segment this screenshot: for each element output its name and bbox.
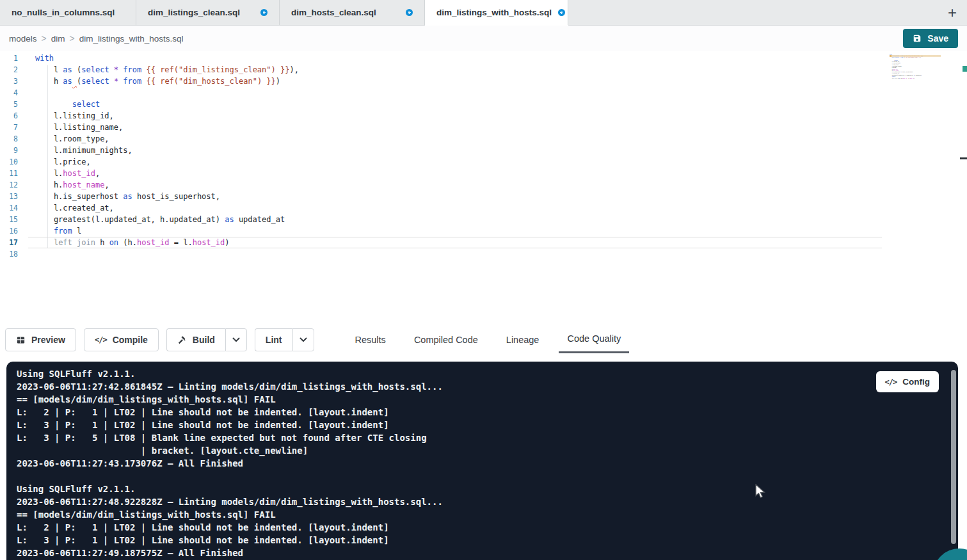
build-dropdown-button[interactable] — [225, 328, 247, 351]
file-tab-bar: no_nulls_in_columns.sqldim_listings_clea… — [0, 0, 967, 26]
code-line[interactable]: 18 — [0, 248, 967, 260]
terminal-line: L: 3 | P: 5 | LT08 | Blank line expected… — [17, 431, 958, 444]
line-content — [28, 87, 35, 99]
code-line[interactable]: 7 l.listing_name, — [0, 122, 967, 133]
new-tab-button[interactable]: + — [938, 0, 967, 25]
terminal-line: L: 2 | P: 1 | LT02 | Line should not be … — [17, 406, 958, 419]
terminal-line: | bracket. [layout.cte_newline] — [17, 444, 958, 457]
code-line[interactable]: 2 l as (select * from {{ ref("dim_listin… — [0, 64, 967, 76]
editor-tab[interactable]: no_nulls_in_columns.sql — [0, 0, 136, 25]
line-number: 13 — [0, 191, 28, 202]
breadcrumb-item[interactable]: dim_listings_with_hosts.sql — [79, 34, 184, 44]
terminal-output: Using SQLFluff v2.1.1.2023-06-06T11:27:4… — [6, 362, 958, 559]
panel-tab-results[interactable]: Results — [351, 335, 390, 345]
line-number: 5 — [0, 99, 28, 110]
code-line[interactable]: 4 — [0, 87, 967, 99]
code-line[interactable]: 8 l.room_type, — [0, 133, 967, 145]
preview-label: Preview — [31, 335, 65, 345]
code-line[interactable]: 3 h as (select * from {{ ref("dim_hosts_… — [0, 76, 967, 87]
code-line[interactable]: 15 greatest(l.updated_at, h.updated_at) … — [0, 214, 967, 225]
line-content: l.host_id, — [28, 168, 100, 179]
save-icon — [913, 34, 922, 43]
line-content: l.listing_id, — [28, 110, 114, 122]
line-content — [28, 248, 35, 260]
editor-tab[interactable]: dim_listings_clean.sql — [136, 0, 280, 25]
line-content: l as (select * from {{ ref("dim_listings… — [28, 64, 299, 76]
terminal-wrap: Using SQLFluff v2.1.1.2023-06-06T11:27:4… — [0, 356, 967, 560]
lint-button[interactable]: Lint — [255, 328, 292, 351]
line-content: h.is_superhost as host_is_superhost, — [28, 191, 220, 202]
plus-icon: + — [948, 4, 957, 22]
terminal-line: Using SQLFluff v2.1.1. — [17, 367, 958, 380]
terminal-line: 2023-06-06T11:27:49.187575Z — All Finish… — [17, 547, 958, 559]
line-content: greatest(l.updated_at, h.updated_at) as … — [28, 214, 285, 225]
build-button[interactable]: Build — [166, 328, 225, 351]
line-content: l.minimum_nights, — [28, 145, 132, 156]
terminal-line: Using SQLFluff v2.1.1. — [17, 483, 958, 495]
panel-tab-code-quality[interactable]: Code Quality — [563, 333, 625, 344]
unsaved-changes-dot-icon — [558, 9, 565, 16]
line-content: l.listing_name, — [28, 122, 123, 133]
terminal-line: 2023-06-06T11:27:42.861845Z — Linting mo… — [17, 380, 958, 393]
build-label: Build — [193, 335, 215, 345]
code-line[interactable]: 9 l.minimum_nights, — [0, 145, 967, 156]
terminal-line — [17, 470, 958, 483]
terminal-line: == [models/dim/dim_listings_with_hosts.s… — [17, 393, 958, 406]
code-line[interactable]: 10 l.price, — [0, 156, 967, 168]
line-number: 14 — [0, 202, 28, 214]
line-number: 2 — [0, 64, 28, 76]
code-line[interactable]: 6 l.listing_id, — [0, 110, 967, 122]
minimap[interactable]: with l as (select * from {{ ref("dim_lis… — [890, 54, 941, 83]
lint-label: Lint — [266, 335, 282, 345]
code-line[interactable]: 1with — [0, 52, 967, 64]
code-line[interactable]: 11 l.host_id, — [0, 168, 967, 179]
line-number: 8 — [0, 133, 28, 145]
line-number: 10 — [0, 156, 28, 168]
tab-label: dim_listings_with_hosts.sql — [436, 8, 552, 17]
line-number: 6 — [0, 110, 28, 122]
code-line[interactable]: 5 select — [0, 99, 967, 110]
line-content: h.host_name, — [28, 179, 109, 191]
breadcrumb-separator-icon: > — [69, 33, 74, 44]
breadcrumb-item[interactable]: dim — [51, 34, 65, 44]
editor-tab[interactable]: dim_hosts_clean.sql — [280, 0, 425, 25]
breadcrumb: models>dim>dim_listings_with_hosts.sql — [9, 33, 184, 44]
editor-tab[interactable]: dim_listings_with_hosts.sql — [425, 0, 568, 25]
code-editor[interactable]: 1with2 l as (select * from {{ ref("dim_l… — [0, 51, 967, 323]
overview-ruler-mark — [963, 66, 967, 72]
config-button[interactable]: </> Config — [876, 371, 939, 392]
panel-tab-compiled-code[interactable]: Compiled Code — [410, 335, 482, 345]
lint-split-button: Lint — [255, 328, 314, 351]
overview-ruler-cursor-mark — [960, 157, 967, 159]
terminal-line: L: 3 | P: 1 | LT02 | Line should not be … — [17, 419, 958, 431]
preview-button[interactable]: Preview — [5, 328, 76, 351]
chevron-down-icon — [232, 337, 240, 342]
compile-label: Compile — [113, 335, 148, 345]
line-content: left join h on (h.host_id = l.host_id) — [28, 237, 230, 248]
code-line[interactable]: 13 h.is_superhost as host_is_superhost, — [0, 191, 967, 202]
panel-tab-lineage[interactable]: Lineage — [502, 335, 543, 345]
line-number: 18 — [0, 248, 28, 260]
line-content: l.price, — [28, 156, 91, 168]
terminal: Using SQLFluff v2.1.1.2023-06-06T11:27:4… — [6, 362, 958, 560]
code-line[interactable]: 16 from l — [0, 225, 967, 237]
code-line[interactable]: 12 h.host_name, — [0, 179, 967, 191]
save-button[interactable]: Save — [903, 29, 958, 48]
config-label: Config — [902, 377, 930, 387]
line-number: 3 — [0, 76, 28, 87]
terminal-line: L: 3 | P: 1 | LT02 | Line should not be … — [17, 534, 958, 547]
tab-bar-tabs: no_nulls_in_columns.sqldim_listings_clea… — [0, 0, 568, 25]
build-split-button: Build — [166, 328, 247, 351]
breadcrumb-item[interactable]: models — [9, 34, 37, 44]
line-number: 17 — [0, 237, 28, 248]
line-content: l.created_at, — [28, 202, 114, 214]
line-number: 1 — [0, 52, 28, 64]
lint-dropdown-button[interactable] — [292, 328, 314, 351]
line-number: 9 — [0, 145, 28, 156]
code-line[interactable]: 14 l.created_at, — [0, 202, 967, 214]
line-number: 7 — [0, 122, 28, 133]
terminal-line: 2023-06-06T11:27:43.173076Z — All Finish… — [17, 457, 958, 470]
compile-button[interactable]: </> Compile — [84, 328, 159, 351]
terminal-scrollbar[interactable] — [951, 370, 956, 544]
code-line[interactable]: 17 left join h on (h.host_id = l.host_id… — [0, 237, 967, 248]
